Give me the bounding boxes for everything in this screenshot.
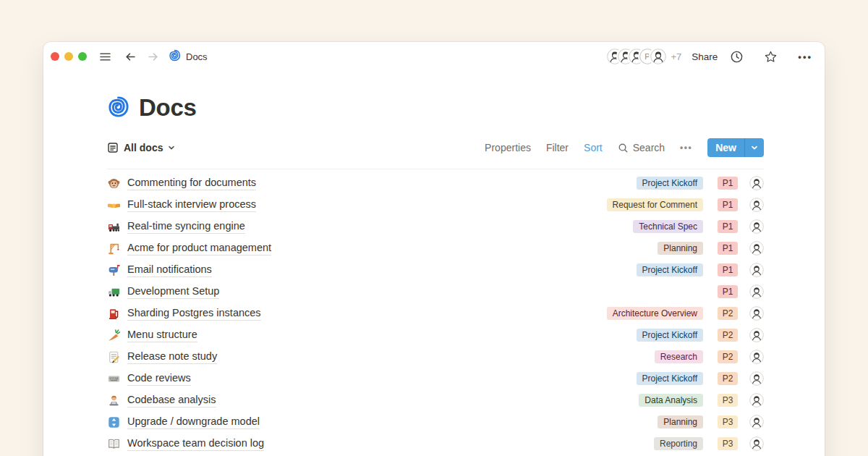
doc-title-link[interactable]: Commenting for documents [127, 176, 256, 190]
doc-title-link[interactable]: Upgrade / downgrade model [127, 415, 260, 429]
doc-tag-pill[interactable]: Technical Spec [633, 220, 703, 233]
doc-priority-pill[interactable]: P3 [718, 415, 738, 428]
assignee-avatar[interactable] [749, 306, 764, 321]
close-window-button[interactable] [51, 52, 59, 61]
doc-row[interactable]: Acme for product management Planning P1 [107, 237, 764, 259]
properties-button[interactable]: Properties [485, 142, 531, 153]
doc-priority-pill[interactable]: P2 [718, 350, 738, 363]
assignee-avatar[interactable] [749, 241, 764, 256]
doc-priority-pill[interactable]: P1 [718, 220, 738, 233]
doc-tag-pill[interactable]: Planning [658, 415, 703, 428]
doc-tag-pill[interactable]: Project Kickoff [637, 329, 703, 342]
locomotive-icon [107, 220, 120, 233]
assignee-avatar[interactable] [749, 176, 764, 190]
assignee-avatar[interactable] [749, 328, 764, 342]
doc-tag-pill[interactable]: Data Analysis [639, 394, 703, 407]
spiral-logo-icon [169, 49, 181, 64]
back-arrow-icon[interactable] [122, 48, 139, 65]
view-more-options-icon[interactable]: ••• [680, 143, 692, 153]
doc-title-link[interactable]: Workspace team decision log [127, 436, 264, 451]
doc-row[interactable]: Real-time syncing engine Technical Spec … [107, 216, 764, 237]
doc-priority-pill[interactable]: P1 [718, 198, 738, 211]
member-avatar[interactable] [650, 48, 666, 64]
doc-title-link[interactable]: Sharding Postgres instances [127, 306, 261, 321]
assignee-avatar[interactable] [749, 284, 764, 299]
avatar-overflow-count[interactable]: +7 [671, 51, 681, 62]
chevron-down-icon [168, 144, 175, 151]
doc-tag-pill[interactable]: Request for Comment [607, 198, 703, 211]
assignee-avatar[interactable] [749, 198, 764, 212]
doc-tag-pill[interactable]: Research [655, 350, 703, 363]
doc-tag-pill[interactable]: Project Kickoff [637, 177, 703, 190]
doc-row[interactable]: Codebase analysis Data Analysis P3 [107, 389, 764, 411]
sort-button[interactable]: Sort [584, 142, 603, 153]
view-switcher-all-docs[interactable]: All docs [107, 142, 175, 153]
traffic-lights [51, 52, 87, 61]
new-doc-button-label[interactable]: New [707, 138, 744, 157]
filter-button[interactable]: Filter [546, 142, 569, 153]
more-options-icon[interactable]: ••• [796, 49, 814, 64]
doc-row[interactable]: Sharding Postgres instances Architecture… [107, 303, 764, 324]
hamburger-menu-icon[interactable] [97, 48, 114, 65]
delivery-truck-icon [107, 285, 120, 298]
doc-title-link[interactable]: Menu structure [127, 328, 197, 342]
doc-row[interactable]: Email notifications Project Kickoff P1 [107, 259, 764, 281]
doc-title-link[interactable]: Real-time syncing engine [127, 219, 245, 234]
doc-row[interactable]: Workspace team decision log Reporting P3 [107, 433, 764, 455]
doc-priority-pill[interactable]: P3 [718, 437, 738, 450]
doc-list: Commenting for documents Project Kickoff… [107, 169, 764, 456]
doc-title-link[interactable]: Release note study [127, 350, 217, 364]
doc-row[interactable]: Upgrade / downgrade model Planning P3 [107, 411, 764, 433]
doc-title-link[interactable]: Email notifications [127, 263, 212, 277]
doc-tag-pill[interactable]: Project Kickoff [637, 372, 703, 385]
doc-title-link[interactable]: Full-stack interview process [127, 198, 256, 212]
forward-arrow-icon[interactable] [145, 48, 161, 65]
history-clock-icon[interactable] [728, 48, 746, 66]
doc-row[interactable]: Development Setup P1 [107, 281, 764, 303]
titlebar-doc-label[interactable]: Docs [169, 49, 208, 64]
doc-tag-pill[interactable]: Planning [658, 242, 703, 255]
doc-title-link[interactable]: Code reviews [127, 371, 191, 386]
doc-priority-pill[interactable]: P1 [718, 242, 738, 255]
assignee-avatar[interactable] [749, 436, 764, 451]
doc-priority-pill[interactable]: P2 [718, 372, 738, 385]
new-doc-dropdown-caret[interactable] [744, 138, 764, 157]
assignee-avatar[interactable] [749, 371, 764, 386]
search-icon [618, 143, 629, 153]
doc-tag-pill[interactable]: Reporting [654, 437, 703, 450]
doc-tag-pill[interactable]: Project Kickoff [637, 263, 703, 276]
zoom-window-button[interactable] [78, 52, 87, 61]
assignee-avatar[interactable] [749, 393, 764, 408]
search-button[interactable]: Search [618, 142, 665, 153]
doc-priority-pill[interactable]: P1 [718, 263, 738, 276]
doc-priority-pill[interactable]: P1 [718, 285, 738, 298]
assignee-avatar[interactable] [749, 350, 764, 364]
assignee-avatar[interactable] [749, 219, 764, 234]
minimize-window-button[interactable] [64, 52, 73, 61]
svg-text:P: P [645, 52, 650, 61]
docs-spiral-logo-icon [107, 96, 129, 121]
doc-list-icon [107, 142, 119, 153]
doc-priority-pill[interactable]: P1 [718, 177, 738, 190]
doc-row[interactable]: Code reviews Project Kickoff P2 [107, 368, 764, 389]
favorite-star-icon[interactable] [762, 48, 780, 66]
doc-priority-pill[interactable]: P3 [718, 394, 738, 407]
doc-priority-pill[interactable]: P2 [718, 307, 738, 320]
member-avatar-stack[interactable]: P [607, 48, 666, 64]
assignee-avatar[interactable] [749, 415, 764, 429]
doc-title-link[interactable]: Development Setup [127, 284, 219, 299]
doc-row[interactable]: Full-stack interview process Request for… [107, 194, 764, 216]
memo-icon [107, 350, 120, 363]
doc-priority-pill[interactable]: P2 [718, 329, 738, 342]
share-button[interactable]: Share [692, 51, 718, 62]
assignee-avatar[interactable] [749, 263, 764, 277]
doc-title-link[interactable]: Acme for product management [127, 241, 271, 256]
doc-tag-pill[interactable]: Architecture Overview [607, 307, 703, 320]
doc-row[interactable]: Commenting for documents Project Kickoff… [107, 172, 764, 194]
doc-title-link[interactable]: Codebase analysis [127, 393, 216, 408]
doc-row[interactable]: Release note study Research P2 [107, 346, 764, 368]
chevron-down-icon [751, 144, 758, 151]
new-doc-split-button[interactable]: New [707, 138, 764, 157]
doc-row[interactable]: Menu structure Project Kickoff P2 [107, 324, 764, 346]
handshake-icon [107, 198, 120, 211]
